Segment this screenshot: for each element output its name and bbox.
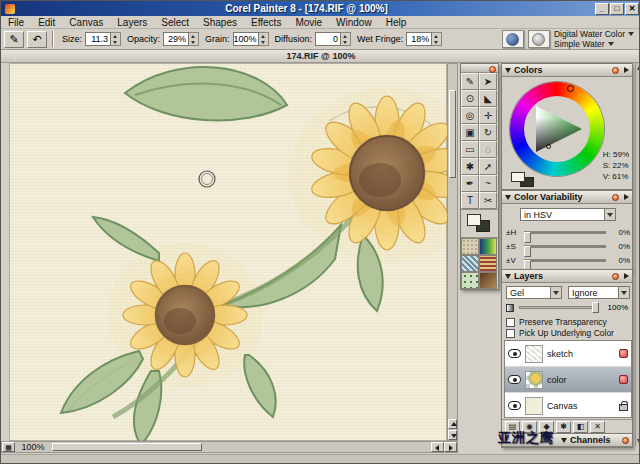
opacity-arrows[interactable] [189, 32, 199, 46]
scroll-up-button[interactable] [448, 419, 457, 429]
main-color-swatch[interactable] [467, 214, 481, 226]
rect-selection-tool-button[interactable]: ▭ [461, 141, 479, 158]
gradient-selector[interactable] [479, 238, 497, 255]
opacity-spinner[interactable]: 29% [163, 32, 199, 46]
hue-ring[interactable] [510, 82, 604, 176]
preserve-transparency-checkbox[interactable] [506, 318, 515, 327]
scroll-right-button[interactable] [444, 442, 457, 452]
layer-thumbnail[interactable] [525, 345, 543, 363]
grain-spinner[interactable]: 100% [233, 32, 269, 46]
collapse-triangle-icon[interactable] [505, 68, 511, 73]
size-arrows[interactable] [111, 32, 121, 46]
horizontal-scrollbar[interactable]: ▦ 100% [1, 441, 458, 453]
layer-row-sketch[interactable]: sketch [505, 341, 631, 367]
size-value[interactable]: 11.3 [85, 32, 111, 46]
close-button[interactable]: ✕ [625, 3, 639, 15]
look-selector[interactable] [479, 272, 497, 289]
toolbox-header[interactable] [461, 64, 498, 73]
paint-bucket-tool-button[interactable]: ◣ [479, 90, 497, 107]
horizontal-scroll-thumb[interactable] [52, 443, 202, 451]
dropdown-arrow-icon[interactable] [550, 287, 561, 298]
drawer-corner-button[interactable]: ▦ [2, 442, 15, 452]
layer-thumbnail[interactable] [525, 371, 543, 389]
scroll-left-button[interactable] [431, 442, 444, 452]
pattern-selector[interactable] [461, 255, 479, 272]
brush-category-icon[interactable] [502, 30, 524, 48]
composite-method-dropdown[interactable]: Gel [506, 286, 562, 299]
front-color-swatch[interactable] [511, 172, 525, 182]
rotate-page-tool-button[interactable]: ↻ [479, 124, 497, 141]
document-title-bar[interactable]: 174.RIF @ 100% [1, 50, 640, 63]
layer-row-color[interactable]: color [505, 367, 631, 393]
layer-opacity-thumb[interactable] [592, 302, 599, 313]
pickup-underlying-row[interactable]: Pick Up Underlying Color [506, 328, 614, 338]
title-bar[interactable]: Corel Painter 8 - [174.RIF @ 100%] _ □ ✕ [1, 1, 640, 16]
variability-mode-dropdown[interactable]: in HSV [520, 208, 616, 221]
canvas-area[interactable] [9, 63, 447, 441]
menu-canvas[interactable]: Canvas [62, 17, 110, 28]
collapse-triangle-icon[interactable] [505, 195, 511, 200]
menu-window[interactable]: Window [329, 17, 379, 28]
visibility-eye-icon[interactable] [508, 349, 521, 358]
sv-triangle[interactable] [528, 101, 586, 157]
scroll-down-button[interactable] [448, 430, 457, 440]
diffusion-spinner[interactable]: 0 [315, 32, 351, 46]
panel-menu-arrow-icon[interactable] [624, 273, 629, 279]
collapse-triangle-icon[interactable] [505, 274, 511, 279]
stroke-style-icon[interactable]: ↶ [27, 31, 47, 48]
scissors-tool-button[interactable]: ✂ [479, 192, 497, 209]
slider-track[interactable] [524, 231, 606, 234]
menu-movie[interactable]: Movie [288, 17, 329, 28]
dynamic-plugin-button[interactable]: ✱ [556, 421, 571, 433]
opacity-value[interactable]: 29% [163, 32, 189, 46]
slider-track[interactable] [524, 259, 606, 262]
sv-marker[interactable] [546, 144, 551, 149]
menu-layers[interactable]: Layers [110, 17, 154, 28]
nozzle-selector[interactable] [461, 272, 479, 289]
menu-edit[interactable]: Edit [31, 17, 62, 28]
paper-selector[interactable] [461, 238, 479, 255]
dropdown-arrow-icon[interactable] [618, 287, 629, 298]
menu-select[interactable]: Select [154, 17, 196, 28]
diffusion-arrows[interactable] [341, 32, 351, 46]
layer-mask-button[interactable]: ◧ [573, 421, 588, 433]
brush-tool-button[interactable]: ✎ [461, 73, 479, 90]
painting-svg[interactable] [9, 63, 447, 441]
grabber-tool-button[interactable]: ✛ [479, 107, 497, 124]
weave-selector[interactable] [479, 255, 497, 272]
brush-tool-icon[interactable]: ✎ [4, 31, 24, 48]
menu-help[interactable]: Help [379, 17, 414, 28]
collapse-triangle-icon[interactable] [561, 438, 567, 443]
variability-panel-header[interactable]: Color Variability [502, 191, 632, 204]
visibility-eye-icon[interactable] [508, 401, 521, 410]
delete-layer-button[interactable]: ✕ [590, 421, 605, 433]
menu-effects[interactable]: Effects [244, 17, 288, 28]
pen-tool-button[interactable]: ✒ [461, 175, 479, 192]
wet-fringe-spinner[interactable]: 18% [406, 32, 442, 46]
vertical-scrollbar[interactable] [447, 63, 458, 441]
brush-variant-icon[interactable] [528, 30, 550, 48]
dropper-tool-button[interactable]: ⊙ [461, 90, 479, 107]
colors-panel-header[interactable]: Colors [502, 64, 632, 77]
layer-opacity-track[interactable] [519, 306, 599, 309]
vertical-scroll-thumb[interactable] [449, 90, 456, 178]
brush-variant-label[interactable]: Simple Water [554, 39, 605, 49]
minimize-button[interactable]: _ [595, 3, 609, 15]
dropdown-arrow-icon[interactable] [604, 209, 615, 220]
diffusion-value[interactable]: 0 [315, 32, 341, 46]
preserve-transparency-row[interactable]: Preserve Transparency [506, 317, 607, 327]
pickup-underlying-checkbox[interactable] [506, 329, 515, 338]
layer-thumbnail[interactable] [525, 397, 543, 415]
panel-menu-arrow-icon[interactable] [624, 67, 629, 73]
lasso-tool-button[interactable]: ◌ [479, 141, 497, 158]
grain-arrows[interactable] [259, 32, 269, 46]
layer-row-canvas[interactable]: Canvas [505, 393, 631, 418]
visibility-eye-icon[interactable] [508, 375, 521, 384]
category-dropdown-icon[interactable] [628, 32, 634, 36]
text-tool-button[interactable]: T [461, 192, 479, 209]
layer-adjuster-tool-button[interactable]: ➤ [479, 73, 497, 90]
layers-panel-header[interactable]: Layers [502, 270, 632, 283]
size-spinner[interactable]: 11.3 [85, 32, 121, 46]
menu-shapes[interactable]: Shapes [196, 17, 244, 28]
quick-curve-tool-button[interactable]: ~ [479, 175, 497, 192]
